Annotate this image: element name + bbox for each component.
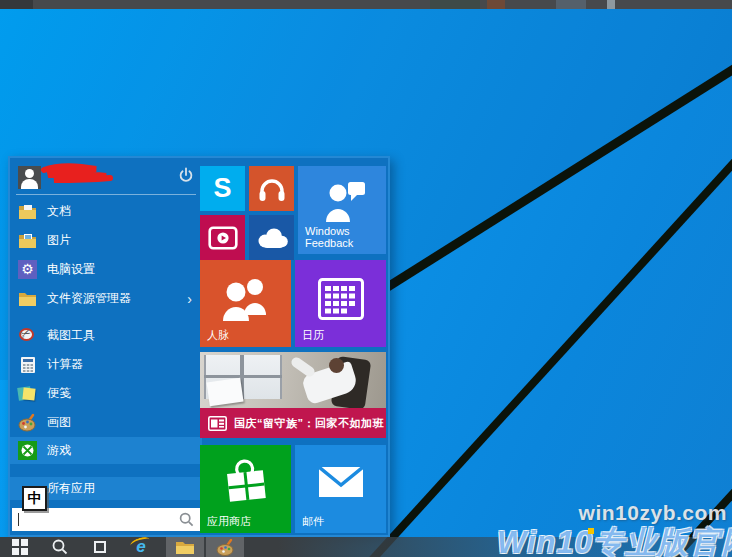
chrome-block (556, 0, 586, 9)
tile-label: 应用商店 (207, 514, 251, 529)
tile-store[interactable]: 应用商店 (200, 445, 291, 533)
tile-label: 邮件 (302, 514, 324, 529)
tile-calendar[interactable]: 日历 (295, 260, 386, 347)
folder-icon (175, 539, 195, 555)
search-icon (179, 512, 194, 531)
menu-item-label: 截图工具 (47, 327, 95, 344)
task-view-button[interactable] (94, 537, 132, 557)
menu-item-games[interactable]: 游戏 (10, 437, 202, 464)
search-input[interactable] (12, 508, 200, 531)
internet-explorer-button[interactable]: e (132, 537, 150, 557)
menu-item-label: 游戏 (47, 442, 71, 459)
skype-icon: S (213, 173, 231, 204)
start-button[interactable] (12, 537, 52, 557)
file-explorer-taskbar-button[interactable] (166, 537, 204, 557)
pictures-folder-icon (18, 231, 37, 250)
menu-item-file-explorer[interactable]: 文件资源管理器 › (10, 284, 202, 313)
news-caption-bar: 国庆“留守族”：回家不如加班 (200, 408, 386, 438)
ime-indicator[interactable]: 中 (22, 486, 47, 511)
tile-onedrive[interactable] (249, 215, 294, 260)
chrome-block (607, 0, 615, 9)
menu-item-label: 计算器 (47, 356, 83, 373)
tile-news[interactable]: 国庆“留守族”：回家不如加班 (200, 352, 386, 438)
menu-item-documents[interactable]: 文档 (10, 197, 202, 226)
tile-label: 日历 (302, 328, 324, 343)
window-chrome-strip (0, 0, 732, 9)
snipping-tool-icon: ✂ (18, 326, 37, 345)
chrome-block (430, 0, 480, 9)
photo-laptop (206, 378, 243, 406)
all-apps-label: 所有应用 (47, 480, 95, 497)
menu-item-snipping-tool[interactable]: ✂ 截图工具 (10, 321, 202, 350)
redaction-scribble (40, 162, 124, 184)
settings-gear-icon: ⚙ (18, 260, 37, 279)
text-caret (18, 513, 19, 526)
menu-gap (10, 313, 202, 321)
file-explorer-folder-icon (18, 289, 37, 308)
paint-palette-icon (216, 539, 235, 556)
menu-item-label: 画图 (47, 414, 71, 431)
tile-people[interactable]: 人脉 (200, 260, 291, 347)
power-button[interactable] (178, 167, 194, 187)
menu-item-label: 文件资源管理器 (47, 290, 131, 307)
menu-item-paint[interactable]: 画图 (10, 408, 202, 437)
sticky-notes-icon (18, 384, 37, 403)
taskbar-search-button[interactable] (52, 537, 68, 557)
headphones-icon (249, 166, 294, 211)
documents-folder-icon (18, 202, 37, 221)
watermark-accent-dot (588, 528, 594, 534)
chrome-block (487, 0, 505, 9)
windows-logo-icon (12, 539, 28, 555)
calculator-icon (18, 355, 37, 374)
tile-label: Windows Feedback (305, 225, 369, 250)
onedrive-cloud-icon (249, 215, 294, 260)
start-menu: 文档 图片 ⚙ 电脑设置 文件资源管理器 › (8, 156, 390, 537)
menu-item-label: 图片 (47, 232, 71, 249)
task-view-icon (94, 541, 106, 553)
menu-item-label: 文档 (47, 203, 71, 220)
tile-mail[interactable]: 邮件 (295, 445, 386, 533)
paint-taskbar-button[interactable] (206, 537, 244, 557)
tile-skype[interactable]: S (200, 166, 245, 211)
photo-arm (289, 355, 316, 378)
menu-item-sticky-notes[interactable]: 便笺 (10, 379, 202, 408)
tile-video[interactable] (200, 215, 245, 260)
video-icon (200, 215, 245, 260)
menu-item-label: 便笺 (47, 385, 71, 402)
power-icon (178, 167, 194, 183)
tile-windows-feedback[interactable]: Windows Feedback (298, 166, 386, 254)
start-menu-header (10, 158, 202, 190)
search-icon (52, 539, 68, 555)
tile-label: 人脉 (207, 328, 229, 343)
tile-music[interactable] (249, 166, 294, 211)
paint-palette-icon (18, 413, 37, 432)
news-photo (200, 352, 386, 408)
menu-item-pictures[interactable]: 图片 (10, 226, 202, 255)
xbox-games-icon (18, 441, 37, 460)
photo-head (329, 358, 344, 373)
user-avatar[interactable] (18, 166, 41, 189)
menu-divider (16, 194, 196, 195)
menu-item-label: 电脑设置 (47, 261, 95, 278)
desktop-screen: 文档 图片 ⚙ 电脑设置 文件资源管理器 › (0, 0, 732, 557)
start-menu-left-pane: 文档 图片 ⚙ 电脑设置 文件资源管理器 › (10, 158, 202, 535)
menu-item-pc-settings[interactable]: ⚙ 电脑设置 (10, 255, 202, 284)
menu-item-calculator[interactable]: 计算器 (10, 350, 202, 379)
watermark-site-name: Win10专业版官网 (497, 522, 732, 557)
news-icon (208, 416, 227, 431)
menu-gap (10, 464, 202, 477)
news-caption: 国庆“留守族”：回家不如加班 (234, 416, 384, 431)
chevron-right-icon: › (187, 291, 192, 307)
chrome-block (0, 0, 33, 9)
